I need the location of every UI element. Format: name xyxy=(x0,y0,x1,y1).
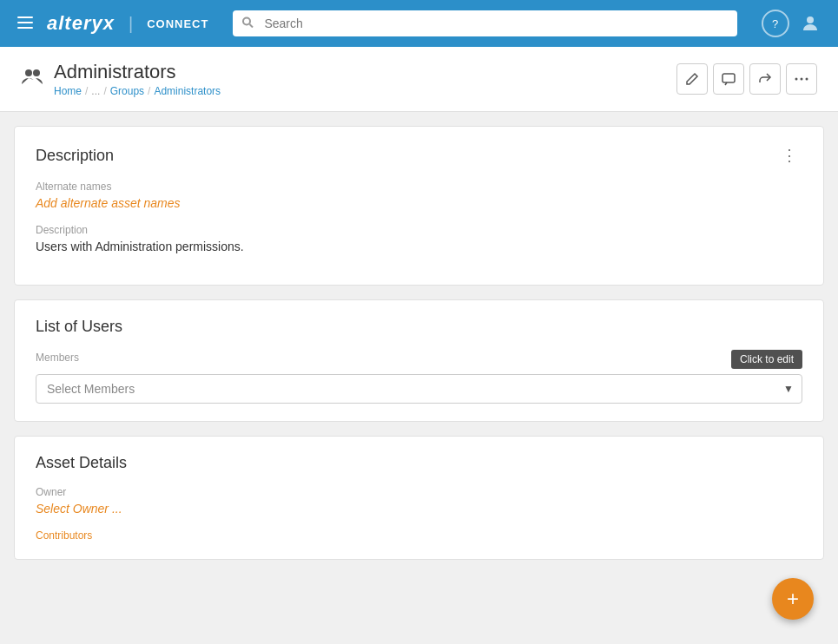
title-actions xyxy=(676,63,817,95)
alternate-names-field: Alternate names Add alternate asset name… xyxy=(36,181,802,210)
user-avatar[interactable] xyxy=(796,10,824,37)
members-select[interactable]: Select Members xyxy=(36,374,802,404)
menu-icon[interactable] xyxy=(14,11,36,36)
select-owner-link[interactable]: Select Owner ... xyxy=(36,502,122,516)
members-label: Members xyxy=(36,352,79,364)
owner-field: Owner Select Owner ... xyxy=(36,486,802,516)
help-button[interactable]: ? xyxy=(762,10,789,37)
edit-button[interactable] xyxy=(676,63,708,95)
breadcrumb-home[interactable]: Home xyxy=(54,85,82,97)
breadcrumb-ellipsis: ... xyxy=(91,85,100,97)
list-of-users-section: List of Users Members Click to edit Sele… xyxy=(14,299,824,422)
svg-point-7 xyxy=(25,69,32,76)
asset-details-section: Asset Details Owner Select Owner ... Con… xyxy=(14,436,824,560)
title-text-group: Administrators Home / ... / Groups / Adm… xyxy=(54,61,221,97)
description-title: Description xyxy=(36,147,114,165)
asset-details-header: Asset Details xyxy=(36,454,802,472)
page-content: Administrators Home / ... / Groups / Adm… xyxy=(0,47,838,560)
header-icons: ? xyxy=(762,10,824,37)
svg-rect-1 xyxy=(17,22,33,23)
svg-point-3 xyxy=(243,18,250,25)
title-left: Administrators Home / ... / Groups / Adm… xyxy=(21,61,221,97)
share-button[interactable] xyxy=(749,63,781,95)
list-of-users-title: List of Users xyxy=(36,318,122,336)
breadcrumb-sep-3: / xyxy=(148,85,150,97)
title-bar: Administrators Home / ... / Groups / Adm… xyxy=(0,47,838,112)
contributors-label: Contributors xyxy=(36,529,802,542)
alternate-names-label: Alternate names xyxy=(36,181,802,193)
search-input[interactable] xyxy=(233,10,737,36)
svg-text:?: ? xyxy=(772,17,778,30)
app-header: alteryx | CONNECT ? xyxy=(0,0,838,47)
svg-line-4 xyxy=(250,24,254,28)
list-of-users-header: List of Users xyxy=(36,318,802,336)
more-actions-button[interactable] xyxy=(786,63,817,95)
asset-details-title: Asset Details xyxy=(36,454,127,472)
description-section: Description ⋮ Alternate names Add altern… xyxy=(14,126,824,286)
search-container xyxy=(233,10,737,36)
svg-rect-2 xyxy=(17,27,33,29)
page-title: Administrators xyxy=(54,61,221,83)
description-value: Users with Administration permissions. xyxy=(36,240,802,253)
breadcrumb: Home / ... / Groups / Administrators xyxy=(54,85,221,97)
owner-label: Owner xyxy=(36,486,802,498)
fab-button[interactable]: + xyxy=(772,578,814,620)
description-field: Description Users with Administration pe… xyxy=(36,224,802,253)
description-menu-button[interactable]: ⋮ xyxy=(776,144,802,167)
svg-rect-9 xyxy=(723,74,735,82)
header-divider: | xyxy=(129,14,133,34)
svg-rect-0 xyxy=(17,16,33,18)
click-to-edit-tooltip[interactable]: Click to edit xyxy=(731,350,802,369)
svg-point-8 xyxy=(33,69,40,76)
members-label-row: Members Click to edit xyxy=(36,350,802,369)
description-label: Description xyxy=(36,224,802,236)
search-icon xyxy=(241,16,254,31)
add-alternate-names-link[interactable]: Add alternate asset names xyxy=(36,196,181,210)
app-logo: alteryx xyxy=(47,12,115,35)
breadcrumb-sep-1: / xyxy=(85,85,88,97)
svg-point-10 xyxy=(795,78,798,81)
breadcrumb-administrators[interactable]: Administrators xyxy=(154,85,221,97)
breadcrumb-sep-2: / xyxy=(103,85,106,97)
fab-icon: + xyxy=(787,587,799,611)
svg-point-12 xyxy=(806,78,808,81)
main-scroll-area: Administrators Home / ... / Groups / Adm… xyxy=(0,47,838,644)
svg-point-11 xyxy=(801,78,803,81)
members-select-wrapper: Select Members ▼ xyxy=(36,374,802,404)
comment-button[interactable] xyxy=(713,63,744,95)
breadcrumb-groups[interactable]: Groups xyxy=(110,85,144,97)
group-icon xyxy=(21,67,43,91)
svg-point-6 xyxy=(807,16,814,23)
description-section-header: Description ⋮ xyxy=(36,144,802,167)
connect-label: CONNECT xyxy=(147,17,208,30)
